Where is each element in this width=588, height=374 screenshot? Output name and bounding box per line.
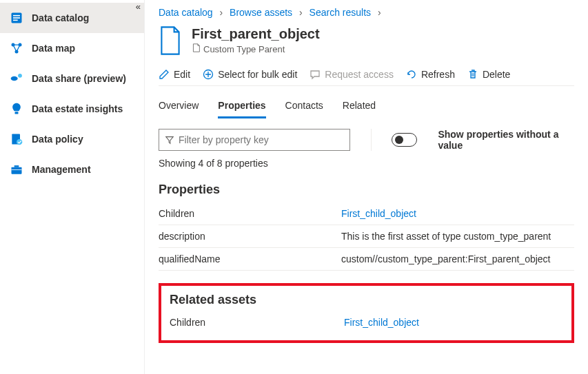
sidebar-item-data-catalog[interactable]: Data catalog: [0, 3, 144, 33]
chevron-right-icon: ›: [378, 7, 381, 18]
tab-properties[interactable]: Properties: [218, 94, 265, 118]
svg-rect-9: [15, 112, 19, 114]
chevron-right-icon: ›: [220, 7, 223, 18]
subtype-icon: [192, 43, 201, 54]
sidebar-item-label: Data share (preview): [32, 73, 126, 84]
filter-input-container[interactable]: [159, 129, 350, 151]
sidebar-item-label: Data catalog: [32, 12, 89, 23]
map-icon: [10, 41, 23, 55]
related-section-title: Related assets: [170, 293, 563, 307]
chevron-right-icon: ›: [299, 7, 303, 18]
property-value: This is the first asset of type custom_t…: [341, 231, 574, 242]
toolbar: Edit Select for bulk edit Request access…: [159, 65, 574, 86]
related-value-link[interactable]: First_child_object: [344, 317, 419, 328]
svg-point-7: [11, 76, 18, 81]
tab-overview[interactable]: Overview: [159, 94, 199, 118]
sidebar-item-label: Management: [32, 164, 91, 175]
breadcrumb-link[interactable]: Data catalog: [159, 7, 213, 18]
plus-circle-icon: [203, 69, 214, 80]
breadcrumb-link[interactable]: Search results: [310, 7, 371, 18]
svg-rect-1: [13, 15, 20, 17]
sidebar-item-label: Data map: [32, 43, 75, 54]
tab-related[interactable]: Related: [343, 94, 376, 118]
property-row: Children First_child_object: [159, 202, 574, 225]
filter-input[interactable]: [179, 134, 344, 145]
property-key: Children: [159, 208, 341, 219]
toggle-knob: [395, 136, 403, 144]
document-icon: [159, 26, 182, 55]
trash-icon: [467, 69, 478, 80]
sidebar-item-data-share[interactable]: Data share (preview): [0, 63, 144, 94]
sidebar: « Data catalog Data map Data share (prev…: [0, 0, 145, 374]
sidebar-item-data-policy[interactable]: Data policy: [0, 124, 144, 154]
divider: [371, 129, 372, 151]
chat-icon: [310, 69, 321, 80]
property-row: qualifiedName custom//custom_type_parent…: [159, 248, 574, 271]
catalog-icon: [10, 11, 23, 25]
main-content: Data catalog › Browse assets › Search re…: [145, 0, 588, 374]
insights-icon: [10, 102, 23, 116]
property-value: custom//custom_type_parent:First_parent_…: [341, 253, 574, 264]
asset-subtype: Custom Type Parent: [192, 43, 320, 54]
svg-point-11: [17, 139, 22, 145]
property-row: description This is the first asset of t…: [159, 225, 574, 248]
svg-rect-2: [13, 17, 20, 19]
toggle-label: Show properties without a value: [438, 129, 574, 151]
svg-rect-12: [12, 167, 22, 174]
svg-point-8: [18, 74, 22, 78]
share-icon: [10, 72, 23, 85]
properties-section-title: Properties: [159, 183, 574, 197]
collapse-sidebar-button[interactable]: «: [136, 1, 139, 12]
property-value-link[interactable]: First_child_object: [341, 208, 416, 219]
sidebar-item-data-estate-insights[interactable]: Data estate insights: [0, 94, 144, 124]
asset-title: First_parent_object: [192, 26, 320, 42]
sidebar-item-label: Data estate insights: [32, 103, 123, 114]
filter-icon: [165, 135, 174, 145]
svg-rect-3: [13, 20, 18, 21]
tabs: Overview Properties Contacts Related: [159, 94, 574, 119]
policy-icon: [10, 132, 23, 146]
show-empty-toggle[interactable]: [392, 133, 417, 147]
request-access-button: Request access: [310, 69, 394, 80]
delete-button[interactable]: Delete: [467, 69, 510, 80]
property-key: qualifiedName: [159, 253, 341, 264]
breadcrumb-link[interactable]: Browse assets: [230, 7, 292, 18]
related-row: Children First_child_object: [170, 313, 563, 328]
showing-count: Showing 4 of 8 properties: [159, 158, 574, 169]
asset-header: First_parent_object Custom Type Parent: [159, 26, 574, 55]
sidebar-item-management[interactable]: Management: [0, 154, 144, 185]
sidebar-item-data-map[interactable]: Data map: [0, 33, 144, 63]
refresh-button[interactable]: Refresh: [406, 69, 455, 80]
breadcrumb: Data catalog › Browse assets › Search re…: [159, 6, 574, 26]
select-bulk-button[interactable]: Select for bulk edit: [203, 69, 297, 80]
filter-row: Show properties without a value: [159, 129, 574, 151]
refresh-icon: [406, 69, 417, 80]
management-icon: [10, 163, 23, 176]
related-key: Children: [170, 317, 344, 328]
edit-button[interactable]: Edit: [159, 69, 190, 80]
property-key: description: [159, 231, 341, 242]
edit-icon: [159, 69, 170, 80]
sidebar-item-label: Data policy: [32, 134, 83, 145]
svg-rect-13: [14, 165, 19, 167]
related-assets-box: Related assets Children First_child_obje…: [159, 283, 574, 343]
tab-contacts[interactable]: Contacts: [285, 94, 323, 118]
svg-rect-14: [12, 169, 22, 170]
